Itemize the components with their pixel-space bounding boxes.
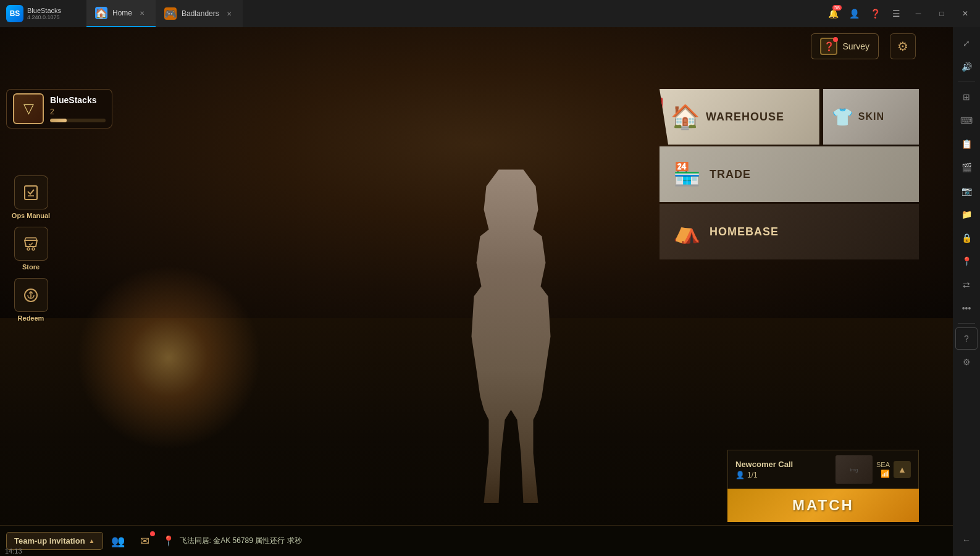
thumbnail-placeholder: img [850, 467, 858, 473]
titlebar: BS BlueStacks 4.240.0.1075 🏠 Home ✕ 🎮 Ba… [0, 0, 980, 27]
game-tab-close[interactable]: ✕ [224, 9, 234, 19]
more-button[interactable]: ••• [955, 297, 978, 319]
menu-button[interactable]: ☰ [886, 4, 906, 23]
settings-panel-button[interactable]: ⚙ [955, 351, 978, 373]
match-label: MATCH [792, 497, 854, 514]
friends-button[interactable]: 👥 [106, 529, 130, 554]
mail-notification-dot [150, 531, 155, 536]
fullscreen-button[interactable]: ⤢ [955, 32, 978, 54]
settings-button[interactable]: ⚙ [890, 33, 916, 59]
volume-button[interactable]: 🔊 [955, 56, 978, 78]
chat-message: 飞法同居: 金AK 56789 属性还行 求秒 [180, 536, 302, 546]
home-tab-icon: 🏠 [95, 7, 107, 19]
match-area: Newcomer Call 👤 1/1 img SEA 📶 ▲ MATCH [727, 450, 919, 522]
user-avatar[interactable]: ▽ [13, 93, 44, 124]
skin-label: SKIN [858, 111, 884, 122]
newcomer-info: Newcomer Call 👤 1/1 [735, 460, 793, 479]
svg-point-3 [32, 248, 35, 250]
record-button[interactable]: 🎬 [955, 156, 978, 179]
homebase-button[interactable]: ⛺ HOMEBASE [660, 204, 919, 259]
character-model [450, 169, 573, 503]
player-count: 1/1 [747, 471, 758, 479]
team-up-chevron: ▲ [89, 537, 95, 544]
warehouse-button[interactable]: 🏠 WAREHOUSE [660, 89, 819, 145]
app-version: 4.240.0.1075 [27, 14, 61, 20]
player-icon: 👤 [735, 471, 745, 479]
user-profile-area: ▽ BlueStacks 2 [6, 89, 112, 128]
bluestacks-logo: BS BlueStacks 4.240.0.1075 [0, 5, 86, 22]
survey-label: Survey [842, 41, 869, 51]
titlebar-right: 🔔 58 👤 ❓ ☰ ─ □ ✕ [823, 4, 980, 23]
newcomer-title: Newcomer Call [735, 460, 793, 469]
help-button[interactable]: ❓ [865, 4, 885, 23]
homebase-label: HOMEBASE [710, 225, 779, 238]
right-menu: 🏠 WAREHOUSE 👕 SKIN 🏪 TRADE ⛺ HOMEBASE [660, 89, 919, 259]
game-area: ⚙ ❓ Survey ▽ BlueStacks 2 [0, 27, 953, 556]
back-button[interactable]: ← [955, 529, 978, 551]
gear-icon: ⚙ [897, 39, 908, 54]
bottom-bar: Team-up invitation ▲ 👥 ✉ 📍 飞法同居: 金AK 567… [0, 525, 953, 556]
survey-notification-dot [833, 37, 838, 42]
mail-button[interactable]: ✉ [133, 529, 157, 554]
user-xp-bar [50, 119, 106, 122]
svg-point-2 [27, 248, 30, 250]
skin-icon: 👕 [832, 107, 853, 127]
game-tab-label: Badlanders [182, 9, 219, 18]
account-button[interactable]: 👤 [844, 4, 864, 23]
redeem-icon [14, 278, 48, 312]
location-icon: 📍 [162, 535, 175, 547]
system-clock: 14:13 [5, 547, 22, 555]
trade-label: TRADE [710, 168, 751, 181]
ops-manual-label: Ops Manual [12, 212, 50, 219]
tab-badlanders[interactable]: 🎮 Badlanders ✕ [156, 0, 243, 27]
survey-icon: ❓ [820, 38, 837, 55]
match-button[interactable]: MATCH [727, 489, 919, 522]
help-panel-button[interactable]: ? [955, 327, 978, 350]
divider-1 [958, 82, 975, 82]
location-button[interactable]: 📍 [955, 250, 978, 272]
user-info: BlueStacks 2 [50, 95, 106, 122]
screenshot-button[interactable]: 📷 [955, 180, 978, 202]
mail-icon: ✉ [140, 534, 149, 548]
newcomer-player-count: 👤 1/1 [735, 471, 793, 479]
home-tab-close[interactable]: ✕ [137, 8, 147, 18]
keyboard-button[interactable]: ⌨ [955, 109, 978, 132]
user-level: 2 [50, 107, 106, 116]
sync-button[interactable]: ⇄ [955, 274, 978, 296]
store-button[interactable]: Store [9, 227, 52, 271]
notification-button[interactable]: 🔔 58 [823, 4, 843, 23]
clipboard-button[interactable]: 📋 [955, 133, 978, 155]
redeem-button[interactable]: Redeem [9, 278, 52, 322]
survey-button[interactable]: ❓ Survey [811, 33, 879, 59]
apps-button[interactable]: ⊞ [955, 86, 978, 108]
maximize-button[interactable]: □ [931, 4, 953, 23]
warehouse-label: WAREHOUSE [706, 111, 784, 124]
homebase-icon: ⛺ [673, 219, 701, 245]
right-panel: ⤢ 🔊 ⊞ ⌨ 📋 🎬 📷 📁 🔒 📍 ⇄ ••• ? ⚙ ← [953, 27, 980, 556]
files-button[interactable]: 📁 [955, 203, 978, 225]
server-info: SEA 📶 [876, 461, 890, 478]
ops-manual-icon [14, 175, 48, 209]
left-sidebar: Ops Manual Store [3, 163, 59, 334]
lock-button[interactable]: 🔒 [955, 227, 978, 249]
team-up-label: Team-up invitation [14, 536, 85, 545]
server-tag: SEA [876, 461, 890, 468]
ops-manual-button[interactable]: Ops Manual [9, 175, 52, 219]
minimize-button[interactable]: ─ [907, 4, 929, 23]
warehouse-accent [660, 98, 663, 137]
game-tab-icon: 🎮 [164, 7, 177, 20]
bluestacks-icon: BS [6, 5, 23, 22]
tab-home[interactable]: 🏠 Home ✕ [86, 0, 156, 27]
divider-2 [958, 323, 975, 324]
trade-button[interactable]: 🏪 TRADE [660, 146, 919, 202]
newcomer-right: img SEA 📶 ▲ [836, 455, 911, 484]
skin-button[interactable]: 👕 SKIN [823, 89, 919, 145]
close-window-button[interactable]: ✕ [954, 4, 976, 23]
trade-icon: 🏪 [673, 161, 701, 187]
expand-button[interactable]: ▲ [894, 461, 911, 478]
newcomer-call-bar: Newcomer Call 👤 1/1 img SEA 📶 ▲ [727, 450, 919, 489]
menu-top-row: 🏠 WAREHOUSE 👕 SKIN [660, 89, 919, 145]
user-xp-fill [50, 119, 67, 122]
chat-area: 📍 飞法同居: 金AK 56789 属性还行 求秒 [162, 535, 302, 547]
signal-icon: 📶 [881, 470, 890, 478]
